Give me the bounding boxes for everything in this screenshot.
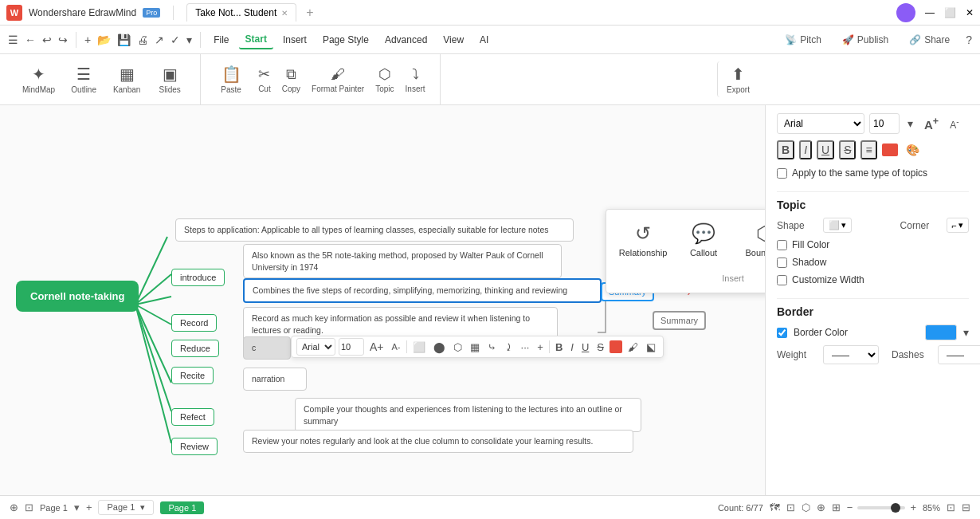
page-tab-dropdown[interactable]: ▾ xyxy=(140,502,145,512)
font-paint-btn[interactable]: 🎨 xyxy=(903,142,923,158)
branch-reflect[interactable]: Refect xyxy=(171,408,214,426)
strikethrough-button[interactable]: S xyxy=(839,140,856,159)
font-decrease-btn[interactable]: A- xyxy=(947,116,962,132)
active-page-tab[interactable]: Page 1 xyxy=(160,501,204,514)
dropdown-icon[interactable]: ▾ xyxy=(185,32,194,48)
insert-boundary[interactable]: ⬡ Boundary xyxy=(737,216,765,264)
sidebar-toggle-icon[interactable]: ☰ xyxy=(6,32,20,48)
paste-button[interactable]: 📋 Paste xyxy=(210,61,252,97)
menu-insert[interactable]: Insert xyxy=(276,31,313,49)
content-narration[interactable]: narration xyxy=(243,368,307,391)
help-icon[interactable]: ? xyxy=(964,32,974,48)
fill-color-checkbox[interactable] xyxy=(777,240,787,250)
font-size-input[interactable] xyxy=(869,113,900,134)
underline-button[interactable]: U xyxy=(817,140,834,159)
float-add-btn[interactable]: + xyxy=(535,340,546,354)
kanban-button[interactable]: ▦ Kanban xyxy=(106,61,147,97)
open-icon[interactable]: 📂 xyxy=(96,32,112,48)
check-icon[interactable]: ✓ xyxy=(169,32,182,48)
border-color-checkbox[interactable] xyxy=(777,328,787,338)
zoom-plus-icon[interactable]: + xyxy=(910,501,916,513)
outline-button[interactable]: ☰ Outline xyxy=(63,61,104,97)
menu-ai[interactable]: AI xyxy=(473,31,495,49)
border-color-dropdown[interactable]: ▾ xyxy=(963,326,969,339)
float-increase-font[interactable]: A+ xyxy=(367,340,386,354)
page-dropdown[interactable]: ▾ xyxy=(74,501,80,513)
mindmap-button[interactable]: ✦ MindMap xyxy=(16,61,61,97)
float-paint-btn[interactable]: 🖌 xyxy=(625,340,641,354)
tab-close-icon[interactable]: ✕ xyxy=(281,9,288,18)
map-icon[interactable]: ⊕ xyxy=(10,501,18,513)
float-fill-btn[interactable]: ⬤ xyxy=(431,340,448,354)
menu-pagestyle[interactable]: Page Style xyxy=(316,31,375,49)
zoom-out-fit-icon[interactable]: ⊕ xyxy=(817,501,825,513)
dashes-select[interactable]: —— - - - · · · xyxy=(938,345,980,364)
left-arrow-icon[interactable]: ← xyxy=(23,32,37,48)
branch-reduce[interactable]: Reduce xyxy=(171,340,219,357)
shadow-checkbox[interactable] xyxy=(777,258,787,268)
summary-box-2[interactable]: Summary xyxy=(653,311,706,330)
zoom-slider[interactable] xyxy=(857,506,905,509)
shape-select-btn[interactable]: ⬜ ▾ xyxy=(823,218,852,233)
active-tab[interactable]: Take Not... Student ✕ xyxy=(186,3,296,22)
print-icon[interactable]: 🖨 xyxy=(135,32,150,48)
cut-button[interactable]: ✂ Cut xyxy=(253,64,276,95)
customize-width-checkbox[interactable] xyxy=(777,275,787,285)
canvas[interactable]: Cornell note-taking introduce Steps to a… xyxy=(0,105,765,495)
float-strikethrough-btn[interactable]: S xyxy=(594,340,606,354)
map-view-icon[interactable]: 🗺 xyxy=(770,501,780,513)
branch-review[interactable]: Review xyxy=(171,438,218,455)
share2-icon[interactable]: ↗ xyxy=(153,32,166,48)
float-font-select[interactable]: Arial xyxy=(296,338,335,356)
new-tab-button[interactable]: + xyxy=(306,6,313,20)
menu-start[interactable]: Start xyxy=(239,30,273,49)
branch-introduce[interactable]: introduce xyxy=(171,269,225,286)
fit-icon[interactable]: ⊡ xyxy=(25,501,33,513)
close-button[interactable]: ✕ xyxy=(966,7,974,18)
zoom-minus-icon[interactable]: − xyxy=(847,501,853,513)
corner-select-btn[interactable]: ⌐ ▾ xyxy=(947,218,969,233)
export-button[interactable]: ⬆ Export xyxy=(717,61,759,97)
font-size-down[interactable]: ▾ xyxy=(904,116,916,132)
float-shape-btn[interactable]: ⬜ xyxy=(410,340,428,354)
insert-relationship[interactable]: ↺ Relationship xyxy=(616,216,670,264)
copy-button[interactable]: ⧉ Copy xyxy=(277,65,305,95)
align-button[interactable]: ≡ xyxy=(860,140,876,159)
share-button[interactable]: 🔗 Share xyxy=(903,32,956,48)
expand3-icon[interactable]: ⊟ xyxy=(962,501,970,513)
minimize-button[interactable]: — xyxy=(925,7,935,18)
apply-same-type-checkbox[interactable] xyxy=(777,168,787,179)
fit-screen-icon[interactable]: ⊡ xyxy=(947,501,955,513)
publish-button[interactable]: 🚀 Publish xyxy=(836,32,895,48)
menu-advanced[interactable]: Advanced xyxy=(378,31,433,49)
insert-callout[interactable]: 💬 Callout xyxy=(676,216,731,264)
border-color-swatch[interactable] xyxy=(925,324,957,340)
pitch-button[interactable]: 📡 Pitch xyxy=(778,32,828,48)
float-branch-btn[interactable]: ⤷ xyxy=(485,340,499,354)
float-font-size[interactable] xyxy=(339,338,364,356)
maximize-button[interactable]: ⬜ xyxy=(944,7,956,18)
new-icon[interactable]: + xyxy=(83,32,92,48)
format-painter-button[interactable]: 🖌 Format Painter xyxy=(307,65,369,95)
content-compile[interactable]: Compile your thoughts and experiences fr… xyxy=(295,398,641,432)
branch-recite[interactable]: Recite xyxy=(171,367,214,384)
font-color-btn[interactable] xyxy=(882,144,898,156)
float-color-btn[interactable] xyxy=(610,340,622,353)
float-decrease-font[interactable]: A- xyxy=(390,341,403,352)
menu-view[interactable]: View xyxy=(437,31,470,49)
insert-button[interactable]: ⤵ Insert xyxy=(401,65,430,95)
font-increase-btn[interactable]: A+ xyxy=(921,114,942,133)
font-family-select[interactable]: Arial xyxy=(777,113,864,134)
topic-button[interactable]: ⬡ Topic xyxy=(370,64,398,95)
boundary2-icon[interactable]: ⬡ xyxy=(802,501,810,513)
slides-button[interactable]: ▣ Slides xyxy=(149,61,190,97)
root-node[interactable]: Cornell note-taking xyxy=(16,281,139,312)
content-review[interactable]: Review your notes regularly and look at … xyxy=(243,430,633,453)
redo-icon[interactable]: ↪ xyxy=(57,32,69,48)
float-bold-btn[interactable]: B xyxy=(553,340,565,354)
fit-view-icon[interactable]: ⊡ xyxy=(786,501,795,513)
weight-select[interactable]: —— — ─ xyxy=(823,345,879,364)
content-5r[interactable]: Also known as the 5R note-taking method,… xyxy=(243,244,562,278)
menu-file[interactable]: File xyxy=(207,31,235,49)
italic-button[interactable]: I xyxy=(799,140,812,159)
